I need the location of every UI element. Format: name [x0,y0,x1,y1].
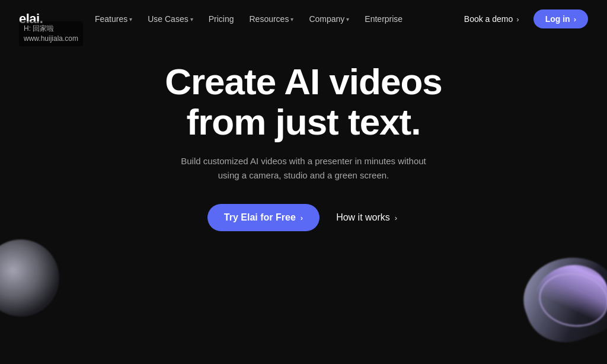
watermark-line2: www.huijiala.com [24,34,78,44]
how-it-works-button[interactable]: How it works › [334,204,400,231]
chevron-down-icon: ▾ [290,16,293,23]
chevron-down-icon: ▾ [346,16,349,23]
hero-title: Create AI videos from just text. [165,62,442,142]
try-elai-button[interactable]: Try Elai for Free › [207,204,320,231]
nav-item-enterprise[interactable]: Enterprise [359,11,408,27]
arrow-right-icon: › [574,15,576,24]
arrow-right-icon: › [395,213,397,222]
hero-cta: Try Elai for Free › How it works › [207,204,400,231]
decorative-orb-left [0,240,59,317]
nav-item-resources[interactable]: Resources ▾ [243,11,299,27]
nav-item-pricing[interactable]: Pricing [203,11,240,27]
hero-subtitle: Build customized AI videos with a presen… [179,154,428,183]
watermark-line1: H: 回家啦 [24,24,78,34]
nav-item-features[interactable]: Features ▾ [89,11,138,27]
nav-item-company[interactable]: Company ▾ [303,11,355,27]
login-button[interactable]: Log in › [533,9,588,28]
decorative-orb-right [513,244,607,354]
arrow-right-icon: › [516,15,519,24]
book-demo-button[interactable]: Book a demo › [455,9,529,28]
nav-item-use-cases[interactable]: Use Cases ▾ [142,11,199,27]
arrow-right-icon: › [301,213,303,222]
navbar: elai. Features ▾ Use Cases ▾ Pricing Res… [0,0,607,38]
nav-links: Features ▾ Use Cases ▾ Pricing Resources… [89,11,408,27]
nav-actions: Book a demo › Log in › [455,9,588,28]
chevron-down-icon: ▾ [190,16,193,23]
chevron-down-icon: ▾ [129,16,132,23]
hero-section: Create AI videos from just text. Build c… [0,38,607,231]
watermark: H: 回家啦 www.huijiala.com [19,21,83,46]
